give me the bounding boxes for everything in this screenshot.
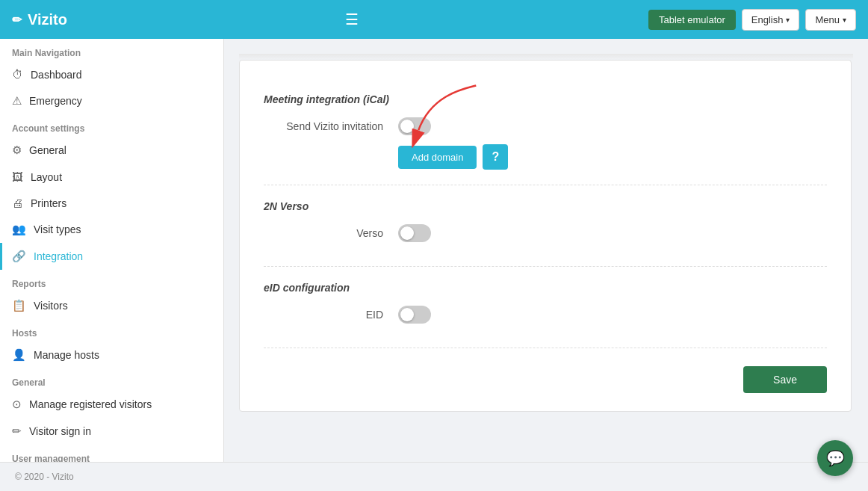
manage-hosts-icon: 👤 (12, 348, 26, 362)
verso-label: Verso (264, 227, 398, 239)
section-label-general: General (0, 368, 223, 391)
sidebar-item-label-visitors: Visitors (34, 300, 68, 312)
chat-bubble-button[interactable]: 💬 (817, 440, 853, 476)
sidebar-item-emergency[interactable]: ⚠ Emergency (0, 87, 223, 114)
sidebar-item-general[interactable]: ⚙ General (0, 137, 223, 164)
manage-registered-visitors-icon: ⊙ (12, 398, 22, 411)
visitors-icon: 📋 (12, 299, 26, 312)
eid-title: eID configuration (264, 282, 827, 294)
sidebar-item-printers[interactable]: 🖨 Printers (0, 190, 223, 216)
visit-types-icon: 👥 (12, 223, 26, 236)
main-content: Meeting integration (iCal) Send Vizito i… (224, 39, 868, 462)
dashboard-icon: ⏱ (12, 68, 23, 81)
send-vizito-invitation-toggle[interactable] (398, 117, 431, 135)
chat-icon: 💬 (826, 449, 845, 467)
sidebar-item-label-visit-types: Visit types (34, 223, 81, 235)
help-button[interactable]: ? (483, 144, 508, 170)
section-label-main-navigation: Main Navigation (0, 39, 223, 61)
eid-section: eID configuration EID (264, 267, 827, 348)
section-label-user-management: User management (0, 445, 223, 462)
layout-icon: 🖼 (12, 170, 23, 183)
send-vizito-invitation-label: Send Vizito invitation (264, 120, 398, 132)
sidebar-item-manage-registered-visitors[interactable]: ⊙ Manage registered visitors (0, 391, 223, 418)
sidebar-item-manage-hosts[interactable]: 👤 Manage hosts (0, 342, 223, 368)
app-header: ✏ Vizito ☰ Tablet emulator English ▾ Men… (0, 0, 868, 39)
save-row: Save (264, 366, 827, 393)
section-label-reports: Reports (0, 270, 223, 292)
eid-row: EID (264, 306, 827, 324)
logo-text: Vizito (28, 11, 67, 28)
integration-settings-card: Meeting integration (iCal) Send Vizito i… (239, 60, 852, 412)
hamburger-button[interactable]: ☰ (345, 10, 648, 28)
tablet-emulator-button[interactable]: Tablet emulator (648, 10, 736, 30)
logo-icon: ✏ (12, 13, 22, 27)
language-dropdown-arrow: ▾ (786, 16, 790, 24)
header-actions: Tablet emulator English ▾ Menu ▾ (648, 9, 856, 31)
section-label-account-settings: Account settings (0, 114, 223, 137)
sidebar-item-visitor-sign-in[interactable]: ✏ Visitor sign in (0, 418, 223, 445)
2n-verso-title: 2N Verso (264, 200, 827, 212)
scroll-indicator (239, 54, 853, 60)
send-vizito-invitation-row: Send Vizito invitation (264, 117, 827, 135)
sidebar-item-visitors[interactable]: 📋 Visitors (0, 292, 223, 319)
printers-icon: 🖨 (12, 197, 23, 209)
sidebar-item-label-manage-hosts: Manage hosts (34, 349, 99, 361)
sidebar-item-label-general: General (29, 144, 66, 156)
sidebar-item-layout[interactable]: 🖼 Layout (0, 164, 223, 190)
meeting-integration-section: Meeting integration (iCal) Send Vizito i… (264, 78, 827, 185)
sidebar-item-label-visitor-sign-in: Visitor sign in (29, 425, 91, 437)
sidebar-item-label-integration: Integration (34, 250, 83, 262)
sidebar-item-label-layout: Layout (31, 171, 62, 183)
toggle-thumb (400, 120, 414, 133)
save-button[interactable]: Save (743, 366, 827, 393)
section-label-hosts: Hosts (0, 319, 223, 342)
domain-buttons-row: Add domain ? (398, 144, 827, 170)
verso-toggle[interactable] (398, 224, 431, 242)
menu-button[interactable]: Menu ▾ (805, 9, 856, 31)
sidebar-item-integration[interactable]: 🔗 Integration (0, 243, 223, 270)
verso-toggle-thumb (400, 226, 414, 240)
sidebar-item-label-emergency: Emergency (29, 95, 82, 107)
sidebar-item-label-printers: Printers (31, 197, 66, 209)
footer-text: © 2020 - Vizito (15, 472, 74, 482)
verso-row: Verso (264, 224, 827, 242)
sidebar-item-dashboard[interactable]: ⏱ Dashboard (0, 61, 223, 87)
footer: © 2020 - Vizito (0, 462, 868, 491)
meeting-integration-title: Meeting integration (iCal) (264, 93, 827, 105)
sidebar: Main Navigation ⏱ Dashboard ⚠ Emergency … (0, 39, 224, 462)
emergency-icon: ⚠ (12, 94, 22, 108)
integration-icon: 🔗 (12, 250, 26, 263)
app-logo: ✏ Vizito (12, 11, 315, 28)
arrow-annotation: Add domain ? (398, 144, 827, 170)
sidebar-item-label-dashboard: Dashboard (31, 69, 82, 81)
add-domain-button[interactable]: Add domain (398, 146, 477, 169)
language-label: English (751, 14, 784, 25)
general-icon: ⚙ (12, 143, 22, 157)
eid-toggle-thumb (400, 308, 414, 321)
eid-label: EID (264, 309, 398, 321)
2n-verso-section: 2N Verso Verso (264, 185, 827, 267)
visitor-sign-in-icon: ✏ (12, 424, 22, 438)
menu-dropdown-arrow: ▾ (843, 16, 846, 24)
sidebar-item-visit-types[interactable]: 👥 Visit types (0, 216, 223, 243)
page-layout: Main Navigation ⏱ Dashboard ⚠ Emergency … (0, 39, 868, 462)
red-arrow-svg (406, 81, 495, 148)
sidebar-item-label-manage-registered-visitors: Manage registered visitors (29, 398, 152, 410)
eid-toggle[interactable] (398, 306, 431, 324)
language-selector[interactable]: English ▾ (742, 9, 800, 31)
menu-label: Menu (815, 14, 840, 25)
